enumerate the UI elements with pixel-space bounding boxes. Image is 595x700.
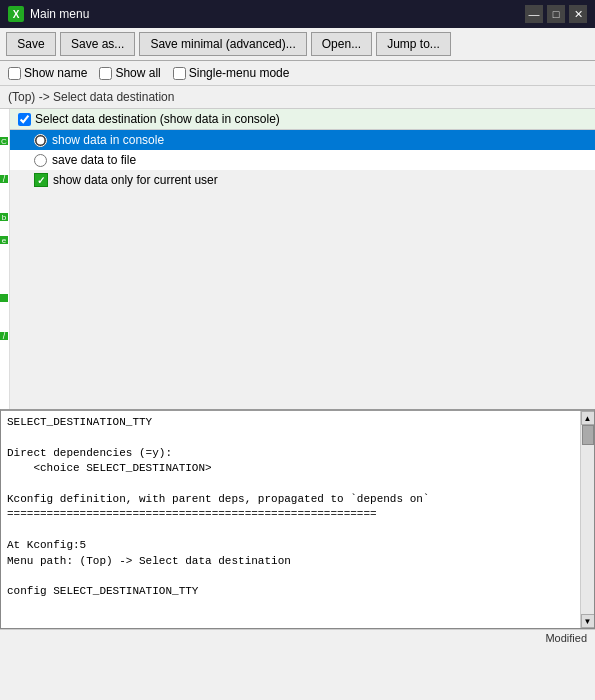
breadcrumb: (Top) -> Select data destination bbox=[0, 86, 595, 109]
content-panel: Select data destination (show data in co… bbox=[10, 109, 595, 409]
maximize-button[interactable]: □ bbox=[547, 5, 565, 23]
marker-e: e bbox=[0, 236, 8, 244]
radio-file-label: save data to file bbox=[52, 153, 136, 167]
open-button[interactable]: Open... bbox=[311, 32, 372, 56]
show-all-checkbox[interactable] bbox=[99, 67, 112, 80]
window-controls: — □ ✕ bbox=[525, 5, 587, 23]
jump-to-button[interactable]: Jump to... bbox=[376, 32, 451, 56]
console-output: SELECT_DESTINATION_TTY Direct dependenci… bbox=[1, 411, 594, 604]
save-as-button[interactable]: Save as... bbox=[60, 32, 135, 56]
radio-console-label: show data in console bbox=[52, 133, 164, 147]
scroll-down-button[interactable]: ▼ bbox=[581, 614, 595, 628]
minimize-button[interactable]: — bbox=[525, 5, 543, 23]
current-user-label: show data only for current user bbox=[53, 173, 218, 187]
save-minimal-button[interactable]: Save minimal (advanced)... bbox=[139, 32, 306, 56]
main-content: C / b e / Select data destination (show … bbox=[0, 109, 595, 409]
status-bar: Modified bbox=[0, 629, 595, 646]
show-name-checkbox[interactable] bbox=[8, 67, 21, 80]
show-all-option[interactable]: Show all bbox=[99, 66, 160, 80]
close-button[interactable]: ✕ bbox=[569, 5, 587, 23]
breadcrumb-text: (Top) -> Select data destination bbox=[8, 90, 174, 104]
app-icon: X bbox=[8, 6, 24, 22]
scroll-thumb[interactable] bbox=[582, 425, 594, 445]
side-markers: C / b e / bbox=[0, 109, 10, 409]
scrollbar[interactable]: ▲ ▼ bbox=[580, 411, 594, 628]
marker-slash2: / bbox=[0, 332, 8, 340]
scroll-track[interactable] bbox=[581, 425, 594, 614]
marker-c2 bbox=[0, 294, 8, 302]
marker-b: b bbox=[0, 213, 8, 221]
radio-console[interactable] bbox=[34, 134, 47, 147]
single-menu-label: Single-menu mode bbox=[189, 66, 290, 80]
show-name-label: Show name bbox=[24, 66, 87, 80]
section-title: Select data destination (show data in co… bbox=[35, 112, 280, 126]
section-checkbox[interactable] bbox=[18, 113, 31, 126]
title-bar: X Main menu — □ ✕ bbox=[0, 0, 595, 28]
console-area: ▲ ▼ SELECT_DESTINATION_TTY Direct depend… bbox=[0, 409, 595, 629]
toolbar: Save Save as... Save minimal (advanced).… bbox=[0, 28, 595, 61]
scroll-up-button[interactable]: ▲ bbox=[581, 411, 595, 425]
radio-list: show data in console save data to file bbox=[10, 130, 595, 170]
marker-c1: C bbox=[0, 137, 8, 145]
status-text: Modified bbox=[545, 632, 587, 644]
show-name-option[interactable]: Show name bbox=[8, 66, 87, 80]
save-button[interactable]: Save bbox=[6, 32, 56, 56]
single-menu-checkbox[interactable] bbox=[173, 67, 186, 80]
show-all-label: Show all bbox=[115, 66, 160, 80]
radio-item-console[interactable]: show data in console bbox=[10, 130, 595, 150]
radio-item-file[interactable]: save data to file bbox=[10, 150, 595, 170]
single-menu-option[interactable]: Single-menu mode bbox=[173, 66, 290, 80]
window-title: Main menu bbox=[30, 7, 525, 21]
options-bar: Show name Show all Single-menu mode bbox=[0, 61, 595, 86]
green-checkbox-icon[interactable]: ✓ bbox=[34, 173, 48, 187]
radio-file[interactable] bbox=[34, 154, 47, 167]
current-user-option: ✓ show data only for current user bbox=[10, 170, 595, 190]
marker-slash: / bbox=[0, 175, 8, 183]
section-header: Select data destination (show data in co… bbox=[10, 109, 595, 130]
